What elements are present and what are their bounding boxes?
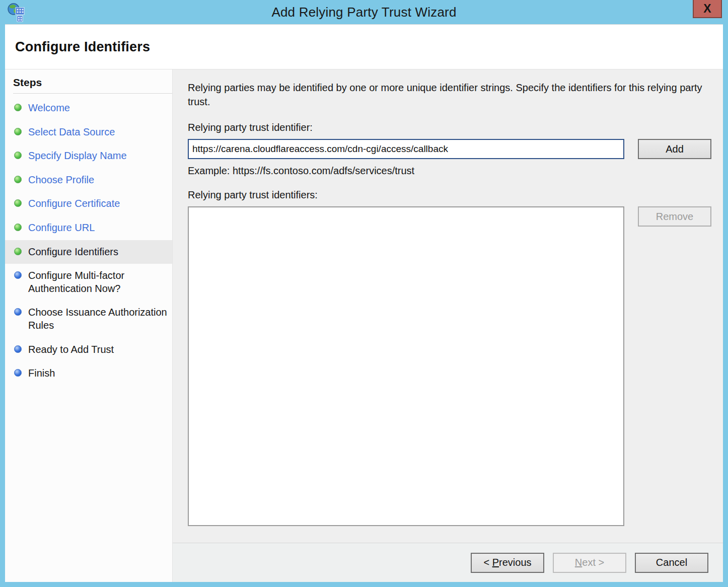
step-finish: Finish xyxy=(5,361,172,386)
configure-identifiers-panel: Relying parties may be identified by one… xyxy=(173,69,723,543)
step-ready-to-add-trust: Ready to Add Trust xyxy=(5,338,172,362)
step-todo-icon xyxy=(14,369,22,377)
page-header: Configure Identifiers xyxy=(5,25,723,69)
step-configure-mfa: Configure Multi-factor Authentication No… xyxy=(5,264,172,301)
remove-button[interactable]: Remove xyxy=(638,206,711,227)
next-button[interactable]: Next > xyxy=(553,553,626,573)
window-titlebar[interactable]: Add Relying Party Trust Wizard X xyxy=(0,0,728,24)
identifiers-list-label: Relying party trust identifiers: xyxy=(188,189,712,201)
relying-party-identifier-input[interactable] xyxy=(188,139,624,159)
window-title: Add Relying Party Trust Wizard xyxy=(271,5,456,20)
wizard-footer: < Previous Next > Cancel xyxy=(173,543,723,582)
adfs-wizard-window: { "window": { "title": "Add Relying Part… xyxy=(0,0,728,587)
step-specify-display-name[interactable]: Specify Display Name xyxy=(5,144,172,168)
step-todo-icon xyxy=(14,345,22,353)
example-text: Example: https://fs.contoso.com/adfs/ser… xyxy=(188,165,712,177)
step-done-icon xyxy=(14,176,22,183)
step-done-icon xyxy=(14,199,22,207)
step-configure-identifiers[interactable]: Configure Identifiers xyxy=(5,240,172,264)
steps-sidebar: Steps Welcome Select Data Source Specify… xyxy=(5,69,173,582)
steps-heading: Steps xyxy=(13,77,172,94)
step-todo-icon xyxy=(14,271,22,279)
previous-button[interactable]: < Previous xyxy=(471,553,544,573)
step-choose-profile[interactable]: Choose Profile xyxy=(5,168,172,192)
adfs-app-icon xyxy=(7,3,25,22)
step-choose-issuance-rules: Choose Issuance Authorization Rules xyxy=(5,301,172,337)
step-select-data-source[interactable]: Select Data Source xyxy=(5,120,172,144)
page-title: Configure Identifiers xyxy=(15,39,150,55)
intro-text: Relying parties may be identified by one… xyxy=(188,81,706,109)
step-done-icon xyxy=(14,152,22,159)
identifier-field-label: Relying party trust identifier: xyxy=(188,122,712,133)
cancel-button[interactable]: Cancel xyxy=(635,553,708,573)
step-todo-icon xyxy=(14,308,22,316)
step-done-icon xyxy=(14,104,22,111)
wizard-dialog: Configure Identifiers Steps Welcome Sele… xyxy=(5,24,723,582)
step-done-icon xyxy=(14,128,22,135)
step-welcome[interactable]: Welcome xyxy=(5,96,172,120)
content-column: Relying parties may be identified by one… xyxy=(173,69,723,582)
step-configure-url[interactable]: Configure URL xyxy=(5,216,172,240)
step-done-icon xyxy=(14,224,22,231)
identifiers-listbox[interactable] xyxy=(188,206,624,526)
close-icon[interactable]: X xyxy=(693,0,722,18)
steps-list: Welcome Select Data Source Specify Displ… xyxy=(5,96,172,386)
step-configure-certificate[interactable]: Configure Certificate xyxy=(5,192,172,216)
add-button[interactable]: Add xyxy=(638,139,711,159)
step-current-icon xyxy=(14,248,22,255)
